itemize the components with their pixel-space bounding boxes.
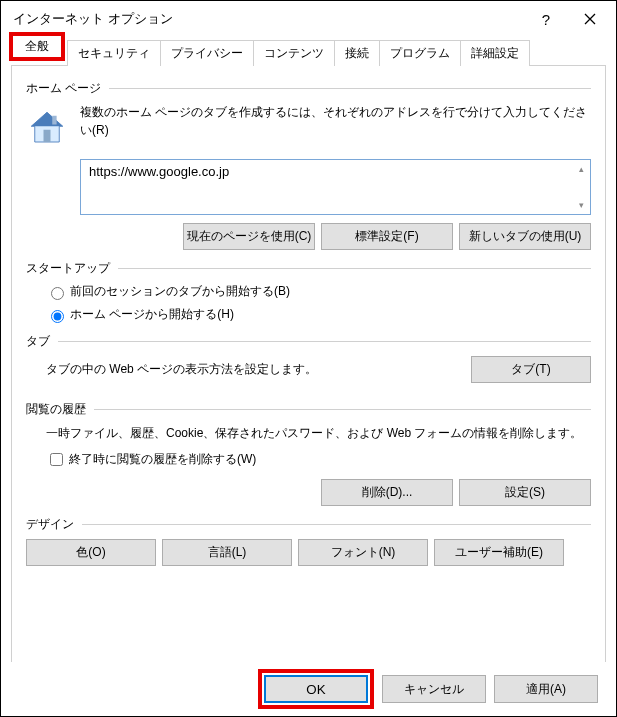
homepage-url-text: https://www.google.co.jp [89, 164, 229, 179]
group-history-label: 閲覧の履歴 [26, 401, 86, 418]
tab-programs[interactable]: プログラム [379, 40, 461, 66]
divider [118, 268, 591, 269]
delete-on-exit-label: 終了時に閲覧の履歴を削除する(W) [69, 451, 256, 468]
use-newtab-button[interactable]: 新しいタブの使用(U) [459, 223, 591, 250]
group-tabs: タブ タブの中の Web ページの表示方法を設定します。 タブ(T) [26, 333, 591, 383]
homepage-url-input[interactable]: https://www.google.co.jp ▴ ▾ [80, 159, 591, 215]
use-default-button[interactable]: 標準設定(F) [321, 223, 453, 250]
tab-content[interactable]: コンテンツ [253, 40, 335, 66]
group-homepage-label: ホーム ページ [26, 80, 101, 97]
divider [82, 524, 591, 525]
dialog-footer: OK キャンセル 適用(A) [1, 662, 616, 716]
radio-homepage-label: ホーム ページから開始する(H) [70, 306, 234, 323]
radio-homepage-input[interactable] [51, 310, 64, 323]
delete-on-exit-checkbox[interactable]: 終了時に閲覧の履歴を削除する(W) [46, 450, 591, 469]
accessibility-button[interactable]: ユーザー補助(E) [434, 539, 564, 566]
dialog-window: インターネット オプション ? 全般 セキュリティ プライバシー コンテンツ 接… [0, 0, 617, 717]
close-icon [584, 13, 596, 25]
tab-security[interactable]: セキュリティ [67, 40, 161, 66]
ok-highlight: OK [258, 669, 374, 709]
group-tabs-label: タブ [26, 333, 50, 350]
apply-button[interactable]: 適用(A) [494, 675, 598, 703]
home-icon [26, 107, 68, 149]
delete-on-exit-input[interactable] [50, 453, 63, 466]
radio-last-session[interactable]: 前回のセッションのタブから開始する(B) [46, 283, 591, 300]
divider [109, 88, 591, 89]
titlebar: インターネット オプション ? [1, 1, 616, 37]
tabs-desc: タブの中の Web ページの表示方法を設定します。 [46, 361, 317, 378]
window-title: インターネット オプション [13, 10, 524, 28]
delete-history-button[interactable]: 削除(D)... [321, 479, 453, 506]
cancel-button[interactable]: キャンセル [382, 675, 486, 703]
close-button[interactable] [568, 4, 612, 34]
divider [94, 409, 591, 410]
help-button[interactable]: ? [524, 4, 568, 34]
svg-rect-2 [44, 130, 51, 142]
group-homepage: ホーム ページ 複数のホーム ページのタブを作成するには、それぞれのアドレスを行… [26, 80, 591, 250]
tab-connections[interactable]: 接続 [334, 40, 380, 66]
tabs-settings-button[interactable]: タブ(T) [471, 356, 591, 383]
svg-marker-1 [31, 112, 63, 126]
scroll-up-icon[interactable]: ▴ [574, 162, 588, 176]
tab-strip: 全般 セキュリティ プライバシー コンテンツ 接続 プログラム 詳細設定 [11, 39, 606, 65]
radio-homepage[interactable]: ホーム ページから開始する(H) [46, 306, 591, 323]
ok-button[interactable]: OK [264, 675, 368, 703]
group-startup: スタートアップ 前回のセッションのタブから開始する(B) ホーム ページから開始… [26, 260, 591, 323]
tab-privacy[interactable]: プライバシー [160, 40, 254, 66]
divider [58, 341, 591, 342]
group-history: 閲覧の履歴 一時ファイル、履歴、Cookie、保存されたパスワード、および We… [26, 401, 591, 506]
radio-last-session-label: 前回のセッションのタブから開始する(B) [70, 283, 290, 300]
group-design-label: デザイン [26, 516, 74, 533]
scroll-down-icon[interactable]: ▾ [574, 198, 588, 212]
homepage-desc: 複数のホーム ページのタブを作成するには、それぞれのアドレスを行で分けて入力して… [80, 103, 591, 149]
svg-rect-3 [52, 116, 56, 125]
use-current-button[interactable]: 現在のページを使用(C) [183, 223, 315, 250]
tab-advanced[interactable]: 詳細設定 [460, 40, 530, 66]
history-settings-button[interactable]: 設定(S) [459, 479, 591, 506]
group-design: デザイン 色(O) 言語(L) フォント(N) ユーザー補助(E) [26, 516, 591, 566]
tab-general[interactable]: 全般 [9, 32, 65, 61]
group-startup-label: スタートアップ [26, 260, 110, 277]
colors-button[interactable]: 色(O) [26, 539, 156, 566]
fonts-button[interactable]: フォント(N) [298, 539, 428, 566]
languages-button[interactable]: 言語(L) [162, 539, 292, 566]
tab-body: ホーム ページ 複数のホーム ページのタブを作成するには、それぞれのアドレスを行… [11, 65, 606, 670]
radio-last-session-input[interactable] [51, 287, 64, 300]
history-desc: 一時ファイル、履歴、Cookie、保存されたパスワード、および Web フォーム… [46, 424, 591, 442]
